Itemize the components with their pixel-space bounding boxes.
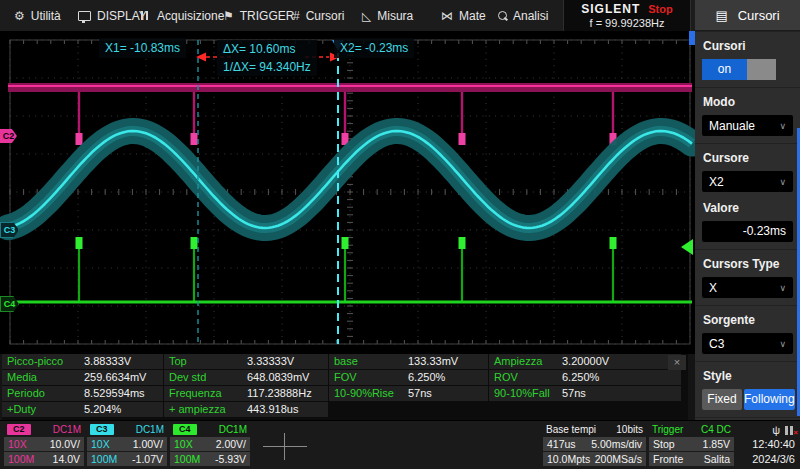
status-bar: C2 DC1M 10X10.0V/ 100M14.0V C3 DC1M 10X1… — [0, 420, 800, 469]
close-icon[interactable]: × — [668, 355, 686, 370]
c2-coupling: DC1M — [53, 424, 81, 435]
meas-value — [408, 402, 489, 417]
meas-label: Frequenza — [164, 386, 247, 401]
meas-label: + ampiezza — [164, 402, 247, 417]
cursors-type-dropdown[interactable]: X ∨ — [702, 277, 793, 298]
siglent-logo: SIGLENT — [581, 2, 640, 16]
timebase-status-box[interactable]: Base tempi 10bits 417us5.00ms/div 10.0Mp… — [543, 423, 646, 468]
meas-label: ROV — [489, 370, 562, 385]
channel-c2-status-box[interactable]: C2 DC1M 10X10.0V/ 100M14.0V — [4, 423, 84, 468]
c2-probe: 10X — [8, 438, 27, 450]
c3-coupling: DC1M — [136, 424, 164, 435]
trigger-mode: Fronte — [653, 453, 683, 465]
cursors-crosshatch-icon: # — [293, 10, 300, 22]
meas-label: Media — [2, 370, 84, 385]
meas-value: 259.6634mV — [84, 370, 164, 385]
cursor-x1-readout: X1= -10.83ms — [99, 38, 186, 58]
waveform-display[interactable]: X1= -10.83ms ΔX= 10.60ms 1/ΔX= 94.340Hz … — [0, 31, 695, 354]
valore-field[interactable]: -0.23ms — [702, 221, 793, 242]
menu-item-display[interactable]: DISPLAY — [78, 0, 147, 31]
clock-date: 2024/3/6 — [737, 452, 795, 467]
inverse-delta-x-value: 1/ΔX= 94.340Hz — [223, 58, 311, 76]
c3-probe: 10X — [91, 438, 110, 450]
menu-label: Analisi — [513, 9, 548, 23]
channel-c4-tag: C4 — [173, 424, 197, 435]
trigger-flag-icon: ⚑ — [223, 10, 234, 22]
modo-label: Modo — [703, 95, 793, 109]
menu-item-misura[interactable]: ◺Misura — [362, 0, 413, 31]
meas-value: 57ns — [562, 386, 682, 401]
frequency-counter: f = 99.99238Hz — [564, 16, 690, 30]
meas-label: Ampiezza — [489, 354, 562, 369]
sorgente-value: C3 — [709, 337, 724, 351]
sorgente-dropdown[interactable]: C3 ∨ — [702, 333, 793, 354]
trigger-status: Stop — [653, 438, 675, 450]
style-fixed-button[interactable]: Fixed — [702, 389, 742, 410]
menu-item-acquisizione[interactable]: Acquisizione — [141, 0, 224, 31]
math-icon: ⋈ — [441, 10, 453, 22]
trigger-level: 1.85V — [703, 438, 730, 450]
cursore-dropdown[interactable]: X2 ∨ — [702, 171, 793, 192]
timebase-title: Base tempi — [546, 424, 596, 435]
trigger-source: C4 DC — [701, 424, 731, 435]
chevron-down-icon: ∨ — [779, 121, 786, 131]
meas-value: 6.250% — [562, 370, 682, 385]
acquire-icon — [141, 11, 151, 20]
cursors-dialog: ▤ Cursori Cursori on Modo Manuale ∨ Curs… — [695, 0, 800, 420]
c4-bandwidth: 100M — [174, 453, 200, 465]
meas-value: 133.33mV — [408, 354, 489, 369]
run-stop-status[interactable]: Stop — [648, 3, 672, 15]
siglent-status-box: SIGLENT Stop f = 99.99238Hz — [563, 0, 691, 31]
meas-value: 3.20000V — [562, 354, 682, 369]
c4-offset: -5.93V — [215, 453, 246, 465]
menu-item-cursori[interactable]: #Cursori — [293, 0, 344, 31]
c2-bandwidth: 100M — [8, 453, 34, 465]
red-x-icon: × — [793, 429, 798, 437]
menu-item-utilita[interactable]: ⚙Utilità — [14, 0, 61, 31]
meas-value — [562, 402, 682, 417]
cursor-x2-readout: X2= -0.23ms — [334, 38, 414, 58]
meas-value: 57ns — [408, 386, 489, 401]
meas-label — [329, 402, 408, 417]
chevron-down-icon: ∨ — [779, 283, 786, 293]
chevron-down-icon: ∨ — [779, 177, 786, 187]
measurement-row: +Duty5.204% + ampiezza443.918us — [2, 402, 688, 417]
style-following-button[interactable]: Following — [744, 389, 795, 410]
channel-c4-status-box[interactable]: C4 DC1M 10X2.00V/ 100M-5.93V — [170, 423, 250, 468]
meas-value: 3.33333V — [247, 354, 329, 369]
meas-label: base — [329, 354, 408, 369]
crosshair-marker — [263, 433, 307, 460]
meas-label: 10-90%Rise — [329, 386, 408, 401]
timebase-delay: 417us — [547, 438, 576, 450]
trigger-status-box[interactable]: Trigger C4 DC Stop1.85V FronteSalita — [649, 423, 734, 468]
clock-box: ψ × 12:40:40 2024/3/6 — [737, 423, 795, 468]
cursors-toggle[interactable]: on — [702, 59, 776, 80]
c3-scale: 1.00V/ — [133, 438, 163, 450]
meas-label: 90-10%Fall — [489, 386, 562, 401]
modo-dropdown[interactable]: Manuale ∨ — [702, 115, 793, 136]
measurement-row: Periodo8.529594ms Frequenza117.23888Hz 1… — [2, 386, 688, 401]
meas-label: Periodo — [2, 386, 84, 401]
menu-item-mate[interactable]: ⋈Mate — [441, 0, 486, 31]
measurement-row: Media259.6634mV Dev std648.0839mV FOV6.2… — [2, 370, 688, 385]
timebase-samplerate: 200MSa/s — [595, 453, 642, 465]
menu-item-analisi[interactable]: Analisi — [498, 0, 548, 31]
meas-label: +Duty — [2, 402, 84, 417]
c4-probe: 10X — [174, 438, 193, 450]
timebase-scale: 5.00ms/div — [591, 438, 642, 450]
meas-value: 8.529594ms — [84, 386, 164, 401]
menu-label: Utilità — [31, 9, 61, 23]
measure-icon: ◺ — [362, 10, 371, 22]
timebase-memory: 10.0Mpts — [547, 453, 590, 465]
meas-value: 648.0839mV — [247, 370, 329, 385]
c3-bandwidth: 100M — [91, 453, 117, 465]
style-label: Style — [703, 369, 793, 383]
gear-icon: ⚙ — [14, 10, 25, 22]
c4-scale: 2.00V/ — [216, 438, 246, 450]
menu-item-trigger[interactable]: ⚑TRIGGER — [223, 0, 294, 31]
channel-c3-status-box[interactable]: C3 DC1M 10X1.00V/ 100M-1.07V — [87, 423, 167, 468]
menu-label: DISPLAY — [97, 9, 147, 23]
sorgente-label: Sorgente — [703, 313, 793, 327]
meas-label: FOV — [329, 370, 408, 385]
c2-offset: 14.0V — [53, 453, 80, 465]
